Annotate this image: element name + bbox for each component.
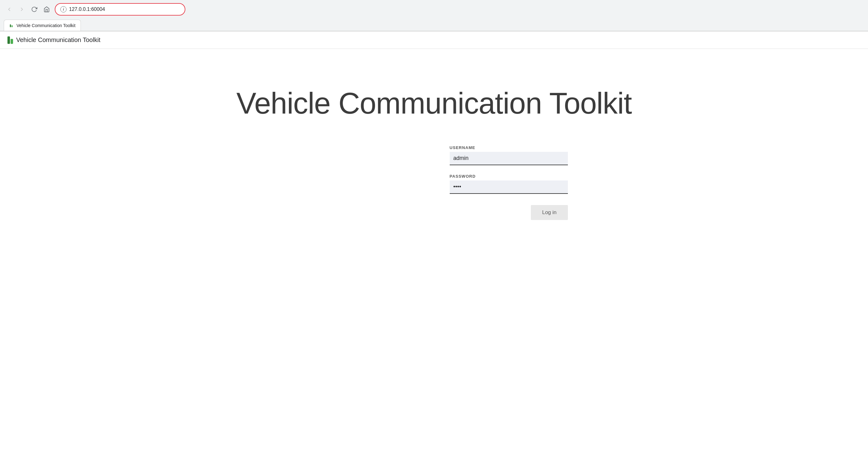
browser-toolbar: i 127.0.0.1:60004 (0, 0, 868, 19)
browser-chrome: i 127.0.0.1:60004 Vehicle Communication … (0, 0, 868, 31)
page-title: Vehicle Communication Toolkit (236, 86, 632, 120)
password-input[interactable] (450, 180, 568, 194)
address-bar[interactable]: i 127.0.0.1:60004 (55, 3, 185, 16)
svg-rect-1 (11, 25, 13, 27)
svg-rect-0 (10, 24, 11, 27)
main-content: Vehicle Communication Toolkit USERNAME P… (0, 49, 868, 463)
tab-favicon (9, 23, 14, 28)
app-logo: Vehicle Communication Toolkit (7, 36, 100, 44)
logo-bar-right (10, 39, 13, 44)
app-navbar-title: Vehicle Communication Toolkit (16, 36, 100, 44)
tab-title: Vehicle Communication Toolkit (17, 23, 75, 28)
tab-bar: Vehicle Communication Toolkit (0, 19, 868, 31)
reload-button[interactable] (29, 4, 40, 15)
logo-icon (7, 36, 13, 44)
active-tab[interactable]: Vehicle Communication Toolkit (4, 20, 81, 31)
app-navbar: Vehicle Communication Toolkit (0, 31, 868, 49)
home-button[interactable] (41, 4, 52, 15)
back-button[interactable] (4, 4, 15, 15)
login-form: USERNAME PASSWORD Log in (450, 145, 568, 220)
username-input[interactable] (450, 152, 568, 165)
login-button[interactable]: Log in (531, 205, 567, 220)
address-text: 127.0.0.1:60004 (69, 6, 105, 12)
password-field-group: PASSWORD (450, 174, 568, 194)
forward-button[interactable] (16, 4, 27, 15)
nav-buttons (4, 4, 52, 15)
security-info-icon[interactable]: i (60, 6, 67, 12)
username-label: USERNAME (450, 145, 568, 150)
logo-bar-left (7, 36, 10, 44)
password-label: PASSWORD (450, 174, 568, 179)
username-field-group: USERNAME (450, 145, 568, 165)
